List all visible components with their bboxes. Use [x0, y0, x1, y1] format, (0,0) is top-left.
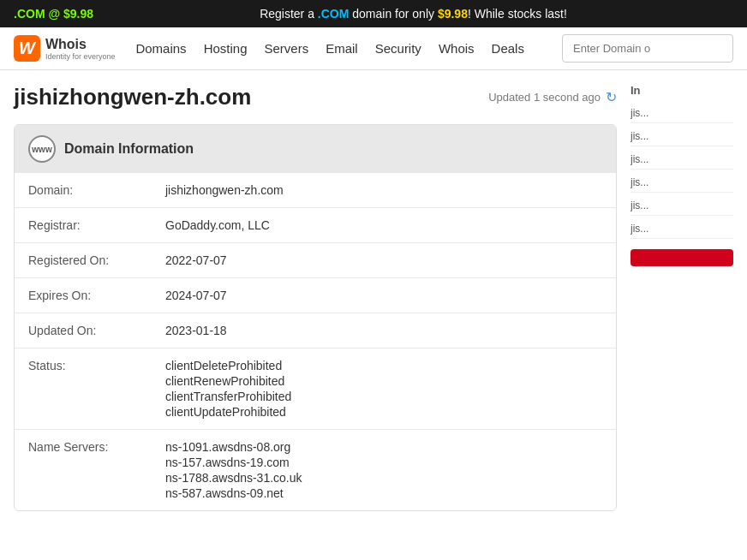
search-input[interactable] [562, 34, 733, 63]
logo-tagline: Identity for everyone [45, 52, 116, 61]
table-row: Registered On:2022-07-07 [15, 243, 616, 278]
row-label: Name Servers: [15, 430, 152, 511]
row-value: GoDaddy.com, LLC [152, 208, 616, 243]
nav-hosting[interactable]: Hosting [204, 38, 248, 59]
sidebar-title: In [630, 84, 733, 97]
sidebar-item-6[interactable]: jis... [630, 219, 733, 239]
logo-box: W [14, 35, 40, 62]
domain-header: jishizhongwen-zh.com Updated 1 second ag… [14, 84, 617, 110]
row-value: 2023-01-18 [152, 313, 616, 349]
banner-center: Register a .COM domain for only $9.98! W… [93, 7, 733, 21]
row-value-item: ns-1788.awsdns-31.co.uk [165, 471, 602, 485]
row-value-item: clientUpdateProhibited [165, 405, 602, 419]
search-box [562, 34, 733, 63]
nav-deals[interactable]: Deals [492, 38, 524, 59]
sidebar-item-1[interactable]: jis... [630, 104, 733, 123]
logo-name: Whois [45, 37, 116, 52]
top-banner: .COM @ $9.98 Register a .COM domain for … [0, 0, 747, 27]
sidebar: In jis... jis... jis... jis... jis... ji… [630, 84, 733, 511]
row-value: jishizhongwen-zh.com [152, 173, 616, 208]
row-value-item: clientTransferProhibited [165, 390, 602, 403]
row-label: Status: [15, 349, 152, 430]
row-value-item: clientDeleteProhibited [165, 359, 602, 372]
banner-pre: Register a [260, 7, 318, 21]
card-header-title: Domain Information [64, 141, 194, 157]
row-label: Registrar: [15, 208, 152, 243]
sidebar-item-3[interactable]: jis... [630, 150, 733, 170]
row-value: 2024-07-07 [152, 278, 616, 313]
row-value-item: ns-1091.awsdns-08.org [165, 440, 602, 454]
nav-email[interactable]: Email [326, 38, 358, 59]
page-content: jishizhongwen-zh.com Updated 1 second ag… [0, 70, 747, 525]
sidebar-items: jis... jis... jis... jis... jis... jis..… [630, 104, 733, 239]
row-value-item: clientRenewProhibited [165, 374, 602, 388]
table-row: Name Servers:ns-1091.awsdns-08.orgns-157… [15, 430, 616, 511]
logo-letter: W [19, 39, 35, 58]
nav-domains[interactable]: Domains [135, 38, 186, 59]
row-label: Expires On: [15, 278, 152, 313]
sidebar-item-4[interactable]: jis... [630, 173, 733, 193]
www-icon: www [28, 135, 56, 163]
nav-whois[interactable]: Whois [439, 38, 475, 59]
logo-text: Whois Identity for everyone [45, 37, 116, 61]
refresh-icon[interactable]: ↻ [606, 89, 617, 105]
row-value-item: ns-157.awsdns-19.com [165, 456, 602, 469]
row-label: Registered On: [15, 243, 152, 278]
table-row: Expires On:2024-07-07 [15, 278, 616, 313]
row-value: ns-1091.awsdns-08.orgns-157.awsdns-19.co… [152, 430, 616, 511]
banner-left: .COM @ $9.98 [14, 7, 93, 21]
banner-post: ! While stocks last! [468, 7, 567, 21]
nav-security[interactable]: Security [375, 38, 421, 59]
row-value-item: ns-587.awsdns-09.net [165, 486, 602, 500]
navbar: W Whois Identity for everyone Domains Ho… [0, 27, 747, 70]
updated-label: Updated 1 second ago [488, 91, 601, 104]
updated-info: Updated 1 second ago ↻ [488, 89, 617, 105]
table-row: Status:clientDeleteProhibitedclientRenew… [15, 349, 616, 430]
row-value: 2022-07-07 [152, 243, 616, 278]
row-label: Domain: [15, 173, 152, 208]
domain-card: www Domain Information Domain:jishizhong… [14, 124, 617, 511]
banner-price: $9.98 [438, 7, 468, 21]
nav-servers[interactable]: Servers [264, 38, 308, 59]
row-label: Updated On: [15, 313, 152, 349]
table-row: Registrar:GoDaddy.com, LLC [15, 208, 616, 243]
card-header: www Domain Information [15, 125, 616, 173]
table-row: Updated On:2023-01-18 [15, 313, 616, 349]
banner-mid: domain for only [349, 7, 438, 21]
table-row: Domain:jishizhongwen-zh.com [15, 173, 616, 208]
sidebar-cta[interactable] [630, 249, 733, 266]
row-value: clientDeleteProhibitedclientRenewProhibi… [152, 349, 616, 430]
main-col: jishizhongwen-zh.com Updated 1 second ag… [14, 84, 617, 511]
logo[interactable]: W Whois Identity for everyone [14, 35, 115, 62]
sidebar-item-5[interactable]: jis... [630, 196, 733, 216]
info-table: Domain:jishizhongwen-zh.comRegistrar:GoD… [15, 173, 616, 510]
nav-links: Domains Hosting Servers Email Security W… [135, 38, 562, 59]
sidebar-item-2[interactable]: jis... [630, 127, 733, 146]
domain-title: jishizhongwen-zh.com [14, 84, 251, 110]
banner-com: .COM [318, 7, 350, 21]
